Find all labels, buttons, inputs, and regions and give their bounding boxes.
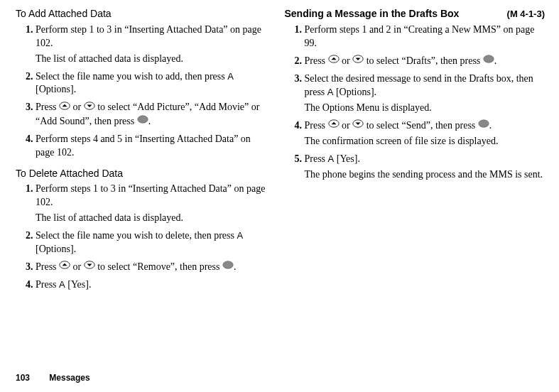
step-text: Press [305, 55, 328, 66]
page-body: To Add Attached Data Perform step 1 to 3… [0, 0, 559, 362]
list-item: Press or to select “Remove”, then press … [36, 261, 271, 274]
step-text: to select “Send”, then press [364, 120, 478, 131]
step-text: [Options]. [333, 87, 376, 97]
step-text: . [494, 55, 497, 66]
softkey-a: A [227, 71, 234, 82]
down-key-icon [84, 101, 95, 114]
step-text: [Options]. [36, 84, 76, 94]
list-item: Perform steps 1 to 3 in “Inserting Attac… [36, 183, 271, 225]
step-text: Press [36, 261, 59, 272]
step-text: to select “Drafts”, then press [364, 55, 483, 66]
list-item: Press or to select “Drafts”, then press … [305, 55, 546, 68]
page-footer: 103 Messages [16, 372, 90, 383]
softkey-a: A [59, 279, 65, 290]
step-text: or [70, 261, 84, 272]
down-key-icon [84, 260, 95, 273]
step-sub: The confirmation screen of file size is … [305, 135, 546, 148]
step-text: or [340, 120, 353, 131]
steps-add-attached: Perform step 1 to 3 in “Inserting Attach… [16, 23, 271, 160]
menu-code: (M 4-1-3) [507, 8, 545, 21]
heading-delete-attached: To Delete Attached Data [16, 167, 271, 180]
heading-add-attached: To Add Attached Data [16, 7, 271, 21]
footer-section: Messages [49, 373, 89, 383]
step-text: [Yes]. [334, 153, 360, 164]
step-text: Press [305, 153, 328, 164]
step-text: Press [36, 279, 59, 290]
center-key-icon [137, 114, 148, 128]
step-text: [Yes]. [65, 279, 92, 290]
center-key-icon [222, 260, 234, 273]
right-column: Sending a Message in the Drafts Box (M 4… [281, 7, 546, 362]
step-sub: The list of attached data is displayed. [36, 212, 271, 225]
step-text: to select “Remove”, then press [95, 261, 222, 272]
center-key-icon [483, 54, 494, 67]
step-text: Perform step 1 to 3 in “Inserting Attach… [36, 24, 261, 48]
step-text: or [340, 55, 353, 66]
steps-delete-attached: Perform steps 1 to 3 in “Inserting Attac… [16, 183, 271, 292]
list-item: Select the file name you wish to add, th… [36, 70, 271, 97]
step-sub: The list of attached data is displayed. [36, 53, 271, 66]
list-item: Perform steps 4 and 5 in “Inserting Atta… [36, 133, 271, 160]
step-text: Press [305, 120, 328, 131]
step-sub: The Options Menu is displayed. [305, 102, 546, 115]
step-text: Perform steps 4 and 5 in “Inserting Atta… [36, 134, 251, 158]
heading-sending-drafts: Sending a Message in the Drafts Box [285, 7, 460, 21]
step-text: [Options]. [36, 244, 76, 254]
up-key-icon [328, 54, 340, 67]
step-text: Select the file name you wish to add, th… [36, 71, 227, 82]
up-key-icon [59, 101, 70, 114]
up-key-icon [59, 260, 70, 273]
step-text: . [489, 120, 492, 131]
list-item: Press A [Yes]. [36, 278, 271, 292]
list-item: Press or to select “Add Picture”, “Add M… [36, 101, 271, 128]
center-key-icon [478, 119, 489, 132]
step-text: . [234, 261, 237, 272]
down-key-icon [352, 119, 364, 132]
softkey-a: A [237, 230, 243, 241]
softkey-a: A [328, 153, 335, 164]
list-item: Perform steps 1 and 2 in “Creating a New… [305, 23, 546, 50]
steps-sending-drafts: Perform steps 1 and 2 in “Creating a New… [285, 23, 546, 182]
step-text: Perform steps 1 to 3 in “Inserting Attac… [36, 183, 265, 207]
step-text: Perform steps 1 and 2 in “Creating a New… [305, 24, 535, 48]
list-item: Select the file name you wish to delete,… [36, 229, 271, 256]
list-item: Select the desired message to send in th… [305, 72, 546, 115]
up-key-icon [328, 119, 340, 132]
step-text: . [148, 116, 151, 126]
step-text: or [70, 102, 84, 112]
step-text: Press [36, 102, 59, 112]
left-column: To Add Attached Data Perform step 1 to 3… [16, 7, 281, 362]
list-item: Press A [Yes]. The phone begins the send… [305, 153, 546, 182]
list-item: Perform step 1 to 3 in “Inserting Attach… [36, 23, 271, 66]
step-text: Select the file name you wish to delete,… [36, 230, 237, 241]
list-item: Press or to select “Send”, then press . … [305, 119, 546, 148]
down-key-icon [352, 54, 364, 67]
step-sub: The phone begins the sending process and… [305, 168, 546, 182]
page-number: 103 [16, 372, 47, 383]
heading-row: Sending a Message in the Drafts Box (M 4… [285, 7, 546, 23]
